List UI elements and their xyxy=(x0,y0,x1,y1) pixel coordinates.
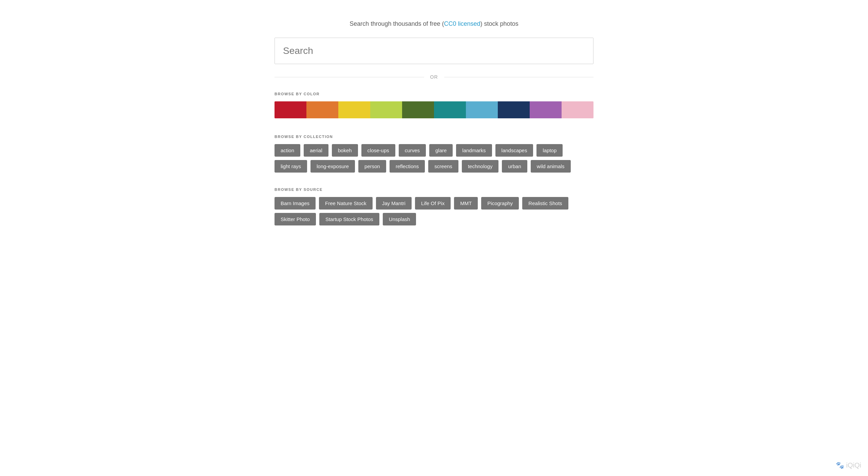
source-tag-realistic-shots[interactable]: Realistic Shots xyxy=(522,197,568,210)
browse-by-collection-label: BROWSE BY COLLECTION xyxy=(275,135,593,139)
collection-tag-curves[interactable]: curves xyxy=(399,144,426,157)
color-swatch-dark-green[interactable] xyxy=(402,101,434,118)
collection-tag-urban[interactable]: urban xyxy=(502,160,527,173)
source-tag-picography[interactable]: Picography xyxy=(481,197,519,210)
page-container: Search through thousands of free (CC0 li… xyxy=(268,0,600,274)
collection-tag-laptop[interactable]: laptop xyxy=(536,144,563,157)
source-tag-free-nature-stock[interactable]: Free Nature Stock xyxy=(319,197,373,210)
tagline-after: ) stock photos xyxy=(480,20,518,27)
collection-tag-bokeh[interactable]: bokeh xyxy=(332,144,358,157)
divider-line-right xyxy=(444,77,594,77)
color-swatch-lime[interactable] xyxy=(370,101,402,118)
collection-tag-action[interactable]: action xyxy=(275,144,300,157)
color-swatch-red[interactable] xyxy=(275,101,306,118)
source-tag-startup-stock-photos[interactable]: Startup Stock Photos xyxy=(319,213,379,225)
browse-by-source-section: BROWSE BY SOURCE Barn ImagesFree Nature … xyxy=(275,187,593,225)
source-tag-skitter-photo[interactable]: Skitter Photo xyxy=(275,213,316,225)
tagline-before: Search through thousands of free ( xyxy=(350,20,444,27)
divider-text: OR xyxy=(424,74,444,80)
color-swatch-pink[interactable] xyxy=(562,101,593,118)
source-tags: Barn ImagesFree Nature StockJay MantriLi… xyxy=(275,197,593,225)
search-input[interactable] xyxy=(275,38,593,64)
collection-tag-long-exposure[interactable]: long-exposure xyxy=(310,160,355,173)
color-swatch-purple[interactable] xyxy=(530,101,562,118)
collection-tag-glare[interactable]: glare xyxy=(429,144,453,157)
browse-by-color-label: BROWSE BY COLOR xyxy=(275,92,593,96)
source-tag-life-of-pix[interactable]: Life Of Pix xyxy=(415,197,451,210)
color-swatch-yellow[interactable] xyxy=(338,101,370,118)
source-tag-unsplash[interactable]: Unsplash xyxy=(383,213,416,225)
collection-tag-landscapes[interactable]: landscapes xyxy=(495,144,533,157)
source-tag-mmt[interactable]: MMT xyxy=(454,197,478,210)
watermark: 🐾 iQiQi xyxy=(836,461,861,469)
color-swatch-orange[interactable] xyxy=(306,101,338,118)
browse-by-source-label: BROWSE BY SOURCE xyxy=(275,187,593,192)
color-swatch-light-blue[interactable] xyxy=(466,101,498,118)
collection-tag-wild-animals[interactable]: wild animals xyxy=(531,160,571,173)
color-swatch-teal[interactable] xyxy=(434,101,466,118)
divider: OR xyxy=(275,74,593,80)
browse-by-color-section: BROWSE BY COLOR xyxy=(275,92,593,118)
source-tag-barn-images[interactable]: Barn Images xyxy=(275,197,316,210)
collection-tag-aerial[interactable]: aerial xyxy=(304,144,328,157)
collection-tag-person[interactable]: person xyxy=(358,160,386,173)
collection-tag-close-ups[interactable]: close-ups xyxy=(361,144,395,157)
divider-line-left xyxy=(275,77,424,77)
browse-by-collection-section: BROWSE BY COLLECTION actionaerialbokehcl… xyxy=(275,135,593,173)
collection-tags: actionaerialbokehclose-upscurvesglarelan… xyxy=(275,144,593,173)
collection-tag-landmarks[interactable]: landmarks xyxy=(456,144,492,157)
collection-tag-screens[interactable]: screens xyxy=(428,160,458,173)
tagline: Search through thousands of free (CC0 li… xyxy=(275,20,593,27)
collection-tag-light-rays[interactable]: light rays xyxy=(275,160,307,173)
collection-tag-reflections[interactable]: reflections xyxy=(390,160,425,173)
cc0-link[interactable]: CC0 licensed xyxy=(444,20,480,27)
source-tag-jay-mantri[interactable]: Jay Mantri xyxy=(376,197,412,210)
color-bar[interactable] xyxy=(275,101,593,118)
color-swatch-dark-blue[interactable] xyxy=(498,101,530,118)
collection-tag-technology[interactable]: technology xyxy=(462,160,499,173)
